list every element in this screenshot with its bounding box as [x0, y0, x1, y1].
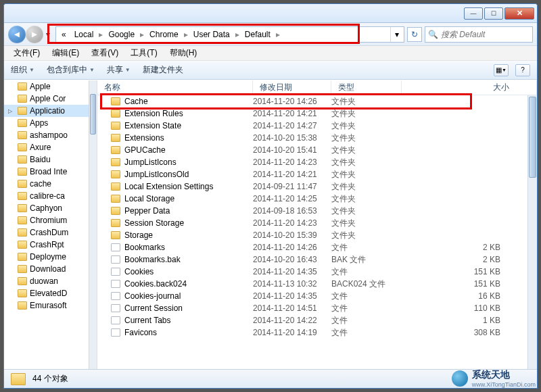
organize-button[interactable]: 组织▼ [11, 64, 34, 76]
tree-item[interactable]: Broad Inte [4, 166, 89, 178]
new-folder-button[interactable]: 新建文件夹 [143, 64, 183, 76]
list-row[interactable]: Extensions2014-10-20 15:38文件夹 [97, 132, 527, 144]
list-row[interactable]: Extension Rules2014-11-20 14:21文件夹 [97, 107, 527, 120]
list-row[interactable]: Bookmarks2014-11-20 14:26文件2 KB [97, 241, 527, 253]
file-size: 151 KB [402, 267, 527, 276]
share-button[interactable]: 共享▼ [107, 64, 131, 76]
tree-item[interactable]: cache [4, 178, 89, 190]
tree-item[interactable]: Apps [4, 117, 89, 129]
tree-scroll-thumb[interactable] [90, 94, 96, 134]
maximize-button[interactable]: ☐ [484, 7, 503, 20]
close-button[interactable]: ✕ [504, 7, 534, 20]
tree-item[interactable]: Caphyon [4, 202, 89, 214]
file-name: Session Storage [124, 218, 184, 228]
address-dropdown[interactable]: ▾ [390, 27, 402, 42]
menu-item[interactable]: 文件(F) [8, 46, 45, 60]
col-size[interactable]: 大小 [402, 80, 537, 95]
list-row[interactable]: Session Storage2014-11-20 14:23文件夹 [97, 217, 527, 229]
tree-item[interactable]: ashampoo [4, 129, 89, 141]
search-icon: 🔍 [428, 30, 438, 39]
crumb[interactable]: User Data [189, 28, 234, 41]
list-row[interactable]: Cookies-journal2014-11-20 14:35文件16 KB [97, 290, 527, 302]
file-name: GPUCache [124, 145, 166, 155]
list-row[interactable]: Local Extension Settings2014-09-21 11:47… [97, 180, 527, 193]
file-icon [111, 255, 120, 264]
col-date[interactable]: 修改日期 [253, 80, 331, 95]
tree-item[interactable]: Chromium [4, 214, 89, 226]
list-row[interactable]: Current Session2014-11-20 14:51文件110 KB [97, 302, 527, 314]
address-bar[interactable]: «Local▸Google▸Chrome▸User Data▸Default▸ … [55, 26, 404, 43]
list-row[interactable]: Current Tabs2014-11-20 14:22文件1 KB [97, 314, 527, 326]
watermark: 系统天地 www.XiTongTianDi.com [452, 369, 536, 388]
back-button[interactable]: ◄ [8, 26, 26, 43]
tree-item[interactable]: Deployme [4, 251, 89, 263]
menu-item[interactable]: 工具(T) [125, 46, 162, 60]
file-name: Cookies [124, 267, 154, 276]
file-date: 2014-11-20 14:23 [253, 157, 331, 167]
file-icon [111, 243, 120, 251]
folder-icon [18, 277, 27, 285]
tree-item[interactable]: ▷Applicatio [4, 105, 89, 117]
tree-item[interactable]: Apple [4, 80, 89, 93]
file-type: 文件夹 [331, 108, 402, 120]
file-size: 16 KB [402, 291, 527, 301]
list-scrollbar[interactable] [527, 95, 537, 369]
file-date: 2014-11-20 14:26 [253, 97, 331, 106]
file-size: 2 KB [402, 243, 527, 252]
tree-item[interactable]: CrashRpt [4, 239, 89, 251]
view-mode-button[interactable]: ▦▼ [494, 64, 509, 76]
tree-item[interactable]: Download [4, 263, 89, 275]
list-row[interactable]: Favicons2014-11-20 14:19文件308 KB [97, 326, 527, 339]
crumb[interactable]: Default [241, 28, 275, 41]
list-row[interactable]: Storage2014-10-20 15:39文件夹 [97, 229, 527, 241]
list-row[interactable]: Cookies.back0242014-11-13 10:32BACK024 文… [97, 278, 527, 290]
col-type[interactable]: 类型 [331, 80, 402, 95]
include-library-button[interactable]: 包含到库中▼ [47, 64, 95, 76]
folder-icon [18, 192, 27, 200]
search-input[interactable] [441, 30, 530, 39]
menu-item[interactable]: 查看(V) [86, 46, 124, 60]
tree-item[interactable]: Baidu [4, 153, 89, 166]
tree-item[interactable]: Emurasoft [4, 299, 89, 312]
list-row[interactable]: Cache2014-11-20 14:26文件夹 [97, 95, 527, 107]
tree-item[interactable]: duowan [4, 275, 89, 287]
list-row[interactable]: GPUCache2014-10-20 15:41文件夹 [97, 144, 527, 156]
list-row[interactable]: JumpListIcons2014-11-20 14:23文件夹 [97, 156, 527, 168]
globe-icon [452, 370, 468, 387]
help-button[interactable]: ? [515, 64, 530, 76]
file-date: 2014-11-20 14:23 [253, 218, 331, 228]
list-row[interactable]: Pepper Data2014-09-18 16:53文件夹 [97, 205, 527, 217]
tree-item[interactable]: Axure [4, 141, 89, 153]
list-row[interactable]: Local Storage2014-11-20 14:25文件夹 [97, 193, 527, 205]
file-name: Storage [124, 230, 153, 240]
list-row[interactable]: Cookies2014-11-20 14:35文件151 KB [97, 266, 527, 278]
nav-tree-pane: AppleApple Cor▷ApplicatioAppsashampooAxu… [4, 80, 97, 369]
col-name[interactable]: 名称 [97, 80, 253, 95]
list-row[interactable]: Extension State2014-11-20 14:27文件夹 [97, 120, 527, 132]
minimize-button[interactable]: — [464, 7, 483, 20]
crumb[interactable]: Chrome [145, 28, 183, 41]
expand-icon[interactable]: ▷ [8, 108, 12, 114]
search-box[interactable]: 🔍 [425, 26, 533, 43]
tree-item[interactable]: ElevatedD [4, 287, 89, 299]
list-row[interactable]: Bookmarks.bak2014-10-20 16:43BAK 文件2 KB [97, 253, 527, 266]
crumb-leader[interactable]: « [57, 28, 70, 41]
folder-icon [111, 219, 120, 227]
breadcrumb: «Local▸Google▸Chrome▸User Data▸Default▸ [57, 28, 390, 41]
tree-item[interactable]: Apple Cor [4, 93, 89, 105]
tree-scrollbar[interactable] [89, 80, 97, 369]
list-scroll-thumb[interactable] [529, 97, 536, 178]
crumb[interactable]: Local [70, 28, 98, 41]
crumb[interactable]: Google [104, 28, 139, 41]
chevron-right-icon: ▸ [183, 30, 189, 39]
tree-item[interactable]: calibre-ca [4, 190, 89, 202]
forward-button[interactable]: ► [26, 26, 43, 43]
folder-icon [18, 143, 27, 151]
menu-item[interactable]: 帮助(H) [164, 46, 203, 60]
menu-item[interactable]: 编辑(E) [47, 46, 85, 60]
tree-item[interactable]: CrashDum [4, 226, 89, 239]
list-row[interactable]: JumpListIconsOld2014-11-20 14:21文件夹 [97, 168, 527, 180]
nav-history-drop[interactable]: ▾ [43, 26, 53, 43]
file-size: 151 KB [402, 279, 527, 289]
refresh-button[interactable]: ↻ [407, 27, 422, 42]
